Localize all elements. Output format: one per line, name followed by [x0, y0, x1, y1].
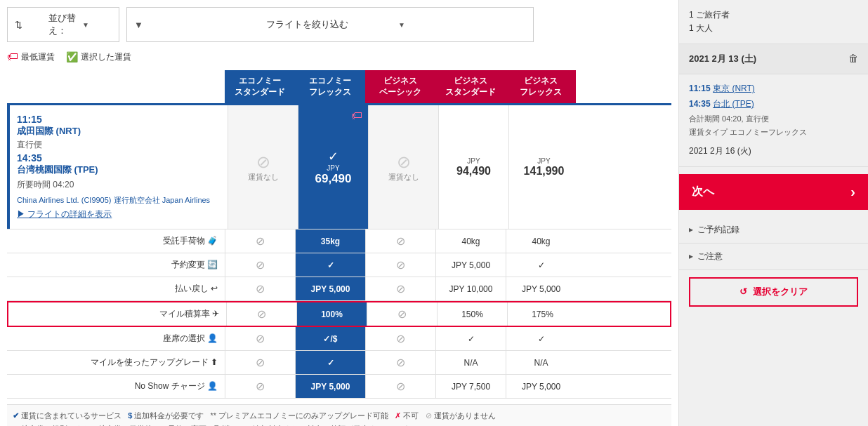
sort-label: 並び替え：: [48, 12, 78, 37]
fare-cell-biz-std[interactable]: JPY 94,490: [438, 105, 508, 229]
feature-cells-change: ⊘ ✓ ⊘ JPY 5,000 ✓: [225, 253, 671, 277]
fare-cell-eco-flex[interactable]: ✓ 🏷 JPY 69,490: [298, 105, 368, 229]
baggage-biz-basic: ⊘: [365, 229, 435, 253]
baggage-biz-std: 40kg: [435, 229, 506, 253]
change-biz-std: JPY 5,000: [435, 253, 506, 277]
upgrade-biz-flex: N/A: [506, 351, 576, 374]
fare-price-eco-flex: 69,490: [315, 172, 352, 186]
mileage-biz-basic: ⊘: [367, 302, 437, 326]
feature-row-upgrade: マイルを使ったアップグレード ⬆ ⊘ ✓ ⊘ N/A N/A: [7, 351, 671, 375]
sidebar-arrive: 14:35 台北 (TPE): [689, 97, 858, 112]
feature-label-change: 予約変更 🔄: [7, 253, 225, 277]
change-eco-flex: ✓: [295, 253, 365, 277]
sidebar-traveler-section: 1 ご旅行者 1 大人: [679, 0, 868, 44]
traveler-line2: 1 大人: [689, 22, 858, 35]
check-circle-icon: ✅: [66, 51, 78, 62]
fare-cell-biz-flex[interactable]: JPY 141,990: [508, 105, 579, 229]
footer-notes: ✔ 運賃に含まれているサービス $ 追加料金が必要です ** プレミアムエコノミ…: [7, 404, 671, 426]
next-button[interactable]: 次へ ›: [679, 174, 868, 210]
mileage-biz-std: 150%: [437, 302, 507, 326]
fare-price-biz-flex: 141,990: [524, 165, 565, 178]
col-header-biz-flex: ビジネスフレックス: [506, 70, 576, 103]
footer-line1: ✔ 運賃に含まれているサービス $ 追加料金が必要です ** プレミアムエコノミ…: [13, 411, 666, 421]
traveler-line1: 1 ご旅行者: [689, 8, 858, 22]
noshow-eco-flex: JPY 5,000: [295, 375, 365, 398]
selected-check-icon: ✓: [328, 149, 338, 164]
feature-cells-baggage: ⊘ 35kg ⊘ 40kg 40kg: [225, 229, 671, 253]
col-header-biz-basic: ビジネスベーシック: [365, 70, 435, 103]
flight-detail-link[interactable]: ▶ フライトの詳細を表示: [17, 208, 221, 220]
trash-icon[interactable]: 🗑: [848, 53, 858, 64]
flight-direct: 直行便: [17, 139, 221, 151]
filter-select[interactable]: ▼ フライトを絞り込む ▼: [126, 7, 534, 42]
feature-cells-mileage: ⊘ 100% ⊘ 150% 175%: [226, 302, 670, 326]
sidebar-depart-time: 11:15: [689, 84, 711, 93]
notes-accordion[interactable]: ▸ ご注意: [679, 244, 868, 270]
fare-currency-biz-std: JPY: [467, 157, 480, 165]
feature-label-refund: 払い戻し ↩: [7, 277, 225, 300]
selected-fare-legend: ✅ 選択した運賃: [66, 51, 131, 63]
feature-cells-refund: ⊘ JPY 5,000 ⊘ JPY 10,000 JPY 5,000: [225, 277, 671, 300]
feature-label-upgrade: マイルを使ったアップグレード ⬆: [7, 351, 225, 374]
flight-info: 11:15 成田国際 (NRT) 直行便 14:35 台湾桃園国際 (TPE) …: [10, 105, 228, 229]
feature-row-mileage: マイル積算率 ✈ ⊘ 100% ⊘ 150% 175%: [7, 301, 671, 327]
col-header-biz-std: ビジネススタンダード: [435, 70, 506, 103]
filter-label: フライトを絞り込む: [266, 18, 394, 31]
sidebar-arrive-time: 14:35: [689, 99, 711, 109]
fare-currency-biz-flex: JPY: [537, 157, 550, 165]
sidebar-duration: 合計期間 04:20, 直行便: [689, 112, 858, 126]
notes-bullet-icon: ▸: [689, 251, 693, 261]
change-biz-flex: ✓: [506, 253, 576, 277]
sidebar-date-section: 2021 2月 13 (土) 🗑: [679, 44, 868, 74]
features-section: 受託手荷物 🧳 ⊘ 35kg ⊘ 40kg 40kg 予約変更 🔄 ⊘ ✓ ⊘ …: [7, 229, 671, 399]
refund-biz-std: JPY 10,000: [435, 277, 506, 300]
seat-biz-flex: ✓: [506, 327, 576, 350]
next-chevron-icon: ›: [850, 184, 855, 200]
feature-label-noshow: No Show チャージ 👤: [7, 375, 225, 398]
upgrade-biz-basic: ⊘: [365, 351, 435, 374]
noshow-biz-std: JPY 7,500: [435, 375, 506, 398]
clear-button[interactable]: ↺ 選択をクリア: [689, 277, 858, 307]
booking-bullet-icon: ▸: [689, 225, 693, 234]
sort-arrow: ▼: [82, 21, 112, 29]
notes-label: ご注意: [697, 251, 723, 262]
change-eco-std: ⊘: [225, 253, 295, 277]
sidebar-arrive-airport: 台北 (TPE): [713, 99, 754, 109]
sidebar: 1 ご旅行者 1 大人 2021 2月 13 (土) 🗑 11:15 東京 (N…: [678, 0, 868, 426]
tag-selected-icon: 🏷: [351, 109, 362, 122]
seat-eco-flex: ✓/$: [295, 327, 365, 350]
flight-section: 11:15 成田国際 (NRT) 直行便 14:35 台湾桃園国際 (TPE) …: [7, 103, 671, 229]
no-fare-icon-biz-basic: ⊘: [397, 152, 411, 172]
seat-biz-basic: ⊘: [365, 327, 435, 350]
seat-biz-std: ✓: [435, 327, 506, 350]
sort-select[interactable]: ⇅ 並び替え： ▼: [7, 7, 119, 42]
feature-cells-seat: ⊘ ✓/$ ⊘ ✓ ✓: [225, 327, 671, 350]
fare-currency-eco-flex: JPY: [327, 164, 339, 172]
fare-price-biz-std: 94,490: [456, 165, 491, 178]
feature-row-refund: 払い戻し ↩ ⊘ JPY 5,000 ⊘ JPY 10,000 JPY 5,00…: [7, 277, 671, 301]
sidebar-depart-airport: 東京 (NRT): [713, 84, 755, 93]
selected-fare-label: 選択した運賃: [81, 51, 131, 63]
no-fare-label-eco-std: 運賃なし: [248, 172, 279, 182]
booking-record-accordion[interactable]: ▸ ご予約記録: [679, 217, 868, 244]
mileage-biz-flex: 175%: [507, 302, 577, 326]
sidebar-fare-type: 運賃タイプ エコノミーフレックス: [689, 126, 858, 140]
fare-cell-eco-std[interactable]: ⊘ 運賃なし: [228, 105, 298, 229]
filter-icon: ▼: [134, 20, 262, 30]
feature-label-seat: 座席の選択 👤: [7, 327, 225, 350]
next-button-label: 次へ: [692, 185, 714, 199]
sidebar-date: 2021 2月 13 (土): [689, 53, 756, 65]
seat-eco-std: ⊘: [225, 327, 295, 350]
col-header-eco-flex: エコノミーフレックス: [295, 70, 365, 103]
fare-cell-biz-basic[interactable]: ⊘ 運賃なし: [368, 105, 438, 229]
feature-label-baggage: 受託手荷物 🧳: [7, 229, 225, 253]
depart-time: 11:15: [17, 114, 221, 125]
col-header-eco-std: エコノミースタンダード: [225, 70, 295, 103]
filter-arrow: ▼: [398, 21, 526, 29]
clear-button-label: 選択をクリア: [753, 286, 808, 298]
change-biz-basic: ⊘: [365, 253, 435, 277]
arrive-airport: 台湾桃園国際 (TPE): [17, 164, 221, 176]
depart-airport: 成田国際 (NRT): [17, 125, 221, 138]
clear-icon: ↺: [739, 286, 747, 297]
legend: 🏷 最低運賃 ✅ 選択した運賃: [7, 51, 671, 63]
